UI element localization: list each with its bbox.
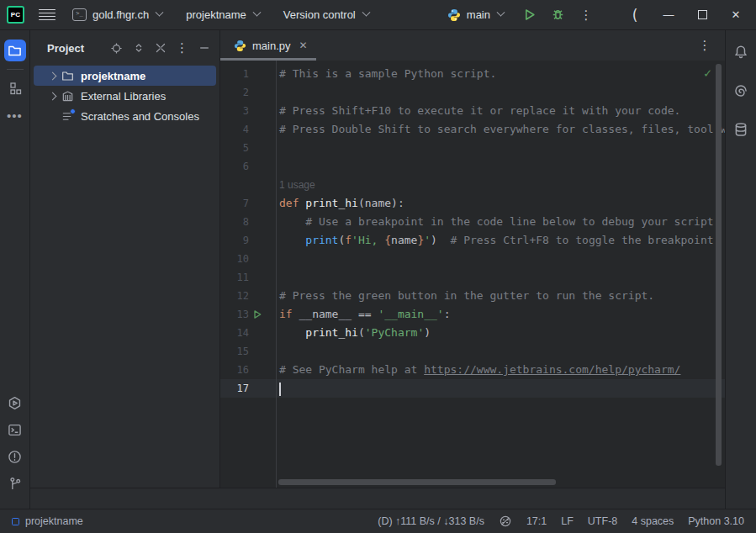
gutter-cell[interactable]: [220, 176, 276, 194]
tab-main-py[interactable]: main.py ✕: [220, 30, 316, 61]
locate-file-icon[interactable]: [109, 41, 124, 55]
code-line-9[interactable]: 9 print(f'Hi, {name}') # Press Ctrl+F8 t…: [220, 231, 725, 250]
git-tool-window-button[interactable]: [4, 472, 26, 494]
minimize-button[interactable]: —: [652, 0, 685, 30]
clock-badge: [70, 108, 76, 114]
gutter-cell[interactable]: 11: [220, 268, 276, 287]
run-line-icon[interactable]: [249, 309, 266, 319]
status-project-widget[interactable]: projektname: [12, 515, 83, 527]
collapse-all-icon[interactable]: [153, 41, 167, 55]
ai-assistant-icon[interactable]: [730, 80, 752, 102]
tree-item-external-libraries[interactable]: External Libraries: [34, 86, 216, 106]
gutter-cell[interactable]: 3: [220, 102, 276, 120]
horizontal-scrollbar[interactable]: [278, 479, 556, 485]
gutter-cell[interactable]: 10: [220, 250, 276, 268]
code-line-15[interactable]: 15: [220, 342, 725, 361]
debug-button[interactable]: [546, 3, 569, 27]
gutter-cell[interactable]: 16: [220, 361, 276, 379]
vcs-selector[interactable]: Version control: [278, 4, 374, 25]
project-panel-toolbar: ⋮: [109, 41, 211, 55]
code-line-6[interactable]: 6: [220, 157, 725, 176]
vertical-scrollbar[interactable]: [716, 64, 722, 466]
indent-widget[interactable]: 4 spaces: [632, 515, 674, 527]
project-selector[interactable]: projektname: [181, 4, 265, 25]
code-line-11[interactable]: 11: [220, 268, 725, 287]
maximize-button[interactable]: [685, 0, 719, 30]
code-text: def print_hi(name):: [276, 194, 404, 213]
code-line-10[interactable]: 10: [220, 250, 725, 268]
gutter-cell[interactable]: 6: [220, 157, 276, 176]
center-area: Project ⋮: [30, 30, 725, 509]
pycharm-window: PC >_ gold.fhgr.ch projektname Version c…: [0, 0, 756, 533]
services-tool-window-button[interactable]: [4, 392, 26, 414]
gutter-cell[interactable]: 8: [220, 213, 276, 231]
code-text: # This is a sample Python script.: [276, 65, 496, 83]
run-button[interactable]: [517, 3, 541, 27]
chevron-down-icon: [156, 8, 164, 17]
options-kebab-icon[interactable]: ⋮: [175, 41, 189, 55]
gutter-cell[interactable]: 7: [220, 194, 276, 213]
gutter-separator: [276, 61, 277, 488]
line-separator-widget[interactable]: LF: [561, 515, 574, 527]
terminal-tool-window-button[interactable]: [4, 419, 26, 441]
editor-options-kebab-icon[interactable]: ⋮: [693, 34, 716, 57]
tree-item-scratches-and-consoles[interactable]: Scratches and Consoles: [34, 106, 216, 126]
more-actions-button[interactable]: ⋮: [574, 3, 598, 27]
code-editor[interactable]: 1# This is a sample Python script.23# Pr…: [220, 61, 725, 488]
code-line-14[interactable]: 14 print_hi('PyCharm'): [220, 324, 725, 342]
caret-position-widget[interactable]: 17:1: [526, 515, 547, 527]
more-tool-windows-button[interactable]: •••: [4, 104, 26, 126]
project-tree: projektnameExternal LibrariesScratches a…: [30, 61, 219, 126]
chevron-right-icon[interactable]: [45, 73, 59, 79]
run-configuration-selector[interactable]: main: [442, 4, 509, 26]
tab-close-icon[interactable]: ✕: [299, 40, 308, 51]
eye-crossed-icon[interactable]: [499, 515, 512, 528]
project-label: projektname: [186, 8, 246, 21]
tree-item-label: External Libraries: [81, 90, 166, 103]
interpreter-widget[interactable]: Python 3.10: [688, 515, 744, 527]
crescent-icon[interactable]: (: [618, 0, 652, 30]
hide-panel-icon[interactable]: [197, 41, 211, 55]
bottom-strip: [30, 488, 725, 509]
encoding-widget[interactable]: UTF-8: [588, 515, 617, 527]
gutter-cell[interactable]: 5: [220, 139, 276, 157]
gutter-cell[interactable]: 14: [220, 324, 276, 342]
code-line-5[interactable]: 5: [220, 139, 725, 157]
code-line-17[interactable]: 17: [220, 379, 725, 398]
code-line-16[interactable]: 16# See PyCharm help at https://www.jetb…: [220, 361, 725, 379]
code-line-3[interactable]: 3# Press Shift+F10 to execute it or repl…: [220, 102, 725, 120]
expand-selector-icon[interactable]: [131, 41, 145, 55]
gutter-cell[interactable]: 9: [220, 231, 276, 250]
main-menu-button[interactable]: [39, 9, 56, 21]
close-button[interactable]: ✕: [719, 0, 753, 30]
structure-tool-window-button[interactable]: [4, 77, 26, 99]
inspections-ok-icon[interactable]: ✓: [704, 66, 711, 81]
code-line-7[interactable]: 7def print_hi(name):: [220, 194, 725, 213]
code-line-2[interactable]: 2: [220, 83, 725, 102]
code-line-1[interactable]: 1# This is a sample Python script.: [220, 65, 725, 83]
python-file-icon: [234, 40, 246, 52]
chevron-right-icon[interactable]: [45, 93, 59, 99]
problems-tool-window-button[interactable]: [4, 446, 26, 467]
tree-item-projektname[interactable]: projektname: [34, 66, 216, 86]
gutter-cell[interactable]: 17: [220, 379, 276, 398]
code-line-13[interactable]: 13if __name__ == '__main__':: [220, 305, 725, 324]
gutter-cell[interactable]: 12: [220, 287, 276, 305]
code-text: # Press Shift+F10 to execute it or repla…: [276, 102, 680, 120]
inlay-hint-row[interactable]: 1 usage: [220, 176, 725, 194]
code-line-4[interactable]: 4# Press Double Shift to search everywhe…: [220, 120, 725, 139]
gutter-cell[interactable]: 2: [220, 83, 276, 102]
notifications-bell-icon[interactable]: [730, 41, 752, 63]
code-text: # Use a breakpoint in the code line belo…: [276, 213, 720, 231]
project-panel: Project ⋮: [30, 30, 219, 488]
gutter-cell[interactable]: 15: [220, 342, 276, 361]
code-line-8[interactable]: 8 # Use a breakpoint in the code line be…: [220, 213, 725, 231]
project-tool-window-button[interactable]: [4, 40, 26, 61]
remote-host-selector[interactable]: >_ gold.fhgr.ch: [67, 4, 167, 25]
gutter-cell[interactable]: 1: [220, 65, 276, 83]
code-line-12[interactable]: 12# Press the green button in the gutter…: [220, 287, 725, 305]
gutter-cell[interactable]: 4: [220, 120, 276, 139]
status-bar: projektname (D) ↑111 B/s / ↓313 B/s 17:1…: [0, 509, 756, 533]
gutter-cell[interactable]: 13: [220, 305, 276, 324]
database-icon[interactable]: [730, 119, 752, 140]
